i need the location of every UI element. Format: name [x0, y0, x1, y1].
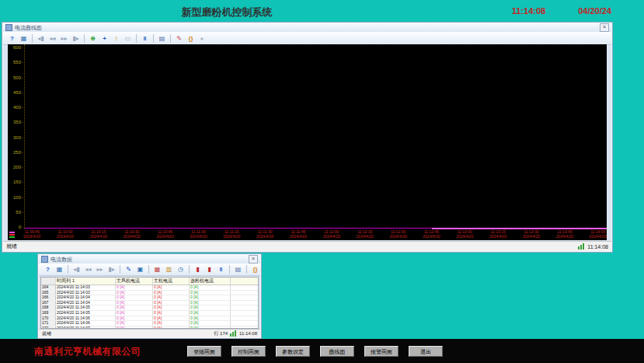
cursor-icon[interactable]: ▸	[197, 33, 207, 43]
table-row[interactable]: 1662024/4/20 11:14:040 [A]0 [A]0 [A]	[41, 295, 258, 301]
app-title: 新型磨粉机控制系统	[182, 5, 273, 19]
help-icon[interactable]: ?	[43, 265, 53, 274]
clock-time: 11:14:08	[512, 6, 545, 16]
table-cell: 0 [A]	[190, 311, 231, 316]
data-source-icon[interactable]: ▦	[54, 265, 64, 274]
copy-icon[interactable]: ▣	[135, 265, 145, 274]
column-header-row-number[interactable]	[41, 277, 56, 284]
plot-grid[interactable]	[24, 44, 607, 229]
table-cell: 2024/4/20 11:14:03	[56, 291, 116, 295]
x-tick-label: 11:11:152024/4/20	[223, 230, 240, 240]
column-header-fan-current[interactable]: 主风机电流	[116, 277, 153, 284]
last-record-icon[interactable]: ▮▸	[106, 265, 117, 274]
table-cell: 0 [A]	[153, 301, 190, 305]
data-grid: 时间列 1主风机电流主机电流选粉机电流 1642024/4/20 11:14:0…	[40, 277, 259, 329]
trend-window: 电流曲线图 × ?▦◂▮◂◂▸▸▮▸⊕+↕▭‖▤✎{}▸ 60055050045…	[2, 22, 613, 253]
control-screen-button[interactable]: 控制画面	[231, 346, 266, 357]
table-close-button[interactable]: ×	[249, 255, 258, 264]
y-scale-icon[interactable]: ↕	[111, 33, 121, 43]
table-cell: 0 [A]	[153, 295, 190, 300]
toolbar-separator	[148, 265, 149, 274]
x-tick-label: 11:10:302024/4/20	[124, 230, 141, 240]
table-row[interactable]: 1702024/4/20 11:14:060 [A]0 [A]0 [A]	[41, 316, 258, 322]
table-cell: 0 [A]	[190, 291, 231, 295]
table-window-title: 电流数据	[50, 256, 249, 264]
table-row[interactable]: 1682024/4/20 11:14:050 [A]0 [A]0 [A]	[41, 305, 258, 311]
data-source-icon[interactable]: ▦	[19, 33, 29, 43]
table-row[interactable]: 1712024/4/20 11:14:060 [A]0 [A]0 [A]	[41, 321, 258, 326]
table-cell: 166	[41, 295, 56, 300]
trend-window-title: 电流曲线图	[15, 24, 600, 32]
pen-legend-主机电流	[9, 234, 15, 236]
prev-record-icon[interactable]: ◂◂	[83, 265, 93, 274]
toolbar-separator	[120, 265, 120, 274]
print-icon[interactable]: ▤	[233, 265, 243, 274]
x-tick-label: 11:12:452024/4/20	[423, 230, 440, 240]
first-record-icon[interactable]: ◂▮	[36, 33, 46, 43]
help-icon[interactable]: ?	[7, 33, 17, 43]
export-icon[interactable]: {}	[186, 33, 196, 43]
pen-legend-主风机电流	[9, 232, 15, 233]
parameter-settings-button[interactable]: 参数设定	[276, 346, 310, 357]
export-icon[interactable]: {}	[250, 265, 260, 274]
x-tick-label: 11:10:452024/4/20	[156, 230, 173, 240]
pause-icon[interactable]: ‖	[140, 33, 150, 43]
table-cell: 0 [A]	[116, 311, 153, 316]
edit-icon[interactable]: ✎	[124, 265, 134, 274]
column-header-classifier-current[interactable]: 选粉机电流	[190, 277, 231, 284]
table-cell: 2024/4/20 11:14:05	[56, 311, 116, 316]
table-cell: 0 [A]	[153, 321, 190, 326]
table-cell: 0 [A]	[153, 285, 190, 290]
table-cell: 0 [A]	[116, 301, 153, 305]
toolbar-separator	[153, 34, 154, 43]
exit-button[interactable]: 退出	[409, 346, 443, 357]
table-cell: 0 [A]	[116, 295, 153, 300]
next-record-icon[interactable]: ▸▸	[95, 265, 105, 274]
chart-view-icon[interactable]: ▥	[164, 265, 174, 274]
grid-view-icon[interactable]: ▦	[152, 265, 162, 274]
table-cell: 0 [A]	[116, 285, 153, 290]
y-tick-label: 450	[13, 90, 23, 95]
log-book-icon[interactable]: ▮	[193, 265, 203, 274]
table-cell: 0 [A]	[190, 305, 231, 310]
table-cell	[231, 311, 258, 316]
alarm-screen-button[interactable]: 报警画面	[364, 346, 399, 357]
table-cell: 2024/4/20 11:14:06	[56, 321, 116, 326]
log-book-2-icon[interactable]: ▮	[204, 265, 214, 274]
zoom-icon[interactable]: ⊕	[88, 33, 98, 43]
next-record-icon[interactable]: ▸▸	[59, 33, 69, 43]
first-record-icon[interactable]: ◂▮	[71, 265, 82, 274]
column-header-main-current[interactable]: 主机电流	[153, 277, 190, 284]
table-row[interactable]: 1642024/4/20 11:14:030 [A]0 [A]0 [A]	[41, 285, 258, 291]
table-cell: 0 [A]	[153, 311, 190, 316]
table-cell: 167	[41, 301, 56, 305]
print-icon[interactable]: ▤	[157, 33, 167, 43]
table-cell: 0 [A]	[116, 321, 153, 326]
curve-screen-button[interactable]: 曲线图	[320, 346, 354, 357]
company-name: 南通利元亨机械有限公司	[34, 345, 141, 358]
login-screen-button[interactable]: 登陆画面	[187, 346, 221, 357]
x-tick-label: 11:12:302024/4/20	[389, 230, 406, 240]
table-row[interactable]: 1672024/4/20 11:14:040 [A]0 [A]0 [A]	[41, 301, 258, 306]
column-header-time-column[interactable]: 时间列 1	[56, 277, 116, 284]
last-record-icon[interactable]: ▮▸	[71, 33, 81, 43]
y-tick-label: 400	[13, 105, 23, 110]
trend-titlebar[interactable]: 电流曲线图 ×	[3, 23, 611, 32]
x-tick-label: 11:11:002024/4/20	[190, 230, 207, 240]
reset-view-icon[interactable]: ▭	[123, 33, 133, 43]
footer-bar: 南通利元亨机械有限公司 登陆画面控制画面参数设定曲线图报警画面退出	[0, 339, 644, 363]
table-cell	[231, 321, 258, 326]
pause-icon[interactable]: ‖	[216, 265, 226, 274]
time-range-icon[interactable]: ◷	[176, 265, 186, 274]
x-tick-label: 11:10:152024/4/20	[90, 230, 107, 240]
prev-record-icon[interactable]: ◂◂	[47, 33, 57, 43]
table-titlebar[interactable]: 电流数据 ×	[39, 255, 260, 264]
clock-date: 04/20/24	[578, 6, 611, 16]
table-row[interactable]: 1692024/4/20 11:14:050 [A]0 [A]0 [A]	[41, 311, 258, 316]
y-tick-label: 600	[13, 45, 23, 50]
table-cell	[231, 301, 258, 305]
table-row[interactable]: 1652024/4/20 11:14:030 [A]0 [A]0 [A]	[41, 291, 258, 296]
pen-settings-icon[interactable]: ✎	[174, 33, 184, 43]
pan-icon[interactable]: +	[99, 33, 110, 43]
trend-close-button[interactable]: ×	[600, 23, 609, 32]
